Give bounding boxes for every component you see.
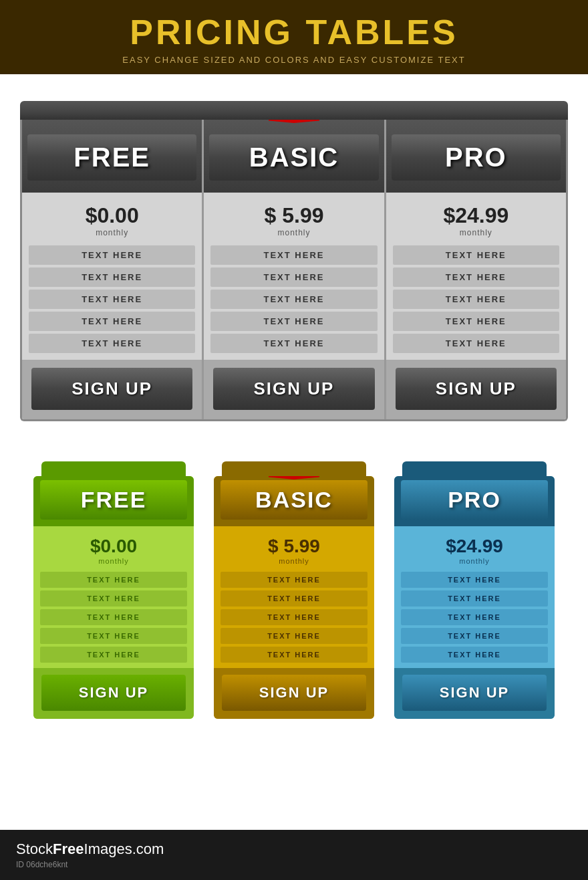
card-green-body: FREE $0.00 monthly TEXT HERE TEXT HERE T… <box>33 476 194 719</box>
card-feature-row: TEXT HERE <box>220 572 368 588</box>
gray-feature-row: TEXT HERE <box>29 290 195 309</box>
card-green-signup-button[interactable]: SIGN UP <box>41 675 186 711</box>
colored-card-basic: BEST DEAL BASIC $ 5.99 monthly TEXT HERE… <box>214 461 374 719</box>
card-gold-plan-name: BASIC <box>255 487 333 512</box>
card-feature-row: TEXT HERE <box>401 572 548 588</box>
gray-plan-free-name: FREE <box>74 142 150 172</box>
card-gold-signup-area: SIGN UP <box>214 668 374 719</box>
gray-free-signup-area: SIGN UP <box>22 360 202 419</box>
gray-feature-row: TEXT HERE <box>210 312 377 331</box>
colored-pricing-cards: FREE $0.00 monthly TEXT HERE TEXT HERE T… <box>20 461 568 719</box>
card-feature-row: TEXT HERE <box>40 609 187 625</box>
card-blue-header-band: PRO <box>394 476 555 526</box>
best-deal-badge: BEST DEAL <box>269 120 319 123</box>
card-green-price: $0.00 monthly <box>33 526 194 569</box>
card-blue-header-inner: PRO <box>401 480 548 520</box>
card-feature-row: TEXT HERE <box>40 572 187 588</box>
page-title: PRICING TABLES <box>7 12 581 52</box>
footer-site: StockFreeImages.com <box>16 841 572 858</box>
colored-card-free: FREE $0.00 monthly TEXT HERE TEXT HERE T… <box>33 461 194 719</box>
card-blue-amount: $24.99 <box>394 536 555 557</box>
card-feature-row: TEXT HERE <box>220 590 368 607</box>
card-feature-row: TEXT HERE <box>220 628 368 644</box>
gray-feature-row: TEXT HERE <box>29 267 195 287</box>
gray-feature-row: TEXT HERE <box>210 267 377 287</box>
gray-plan-basic: BEST DEAL BASIC $ 5.99 monthly TEXT HERE… <box>204 120 386 419</box>
card-blue-period: monthly <box>394 557 555 565</box>
card-gold-price: $ 5.99 monthly <box>214 526 374 569</box>
card-feature-row: TEXT HERE <box>40 647 187 663</box>
card-feature-row: TEXT HERE <box>401 590 548 607</box>
gray-plan-pro-name: PRO <box>445 142 507 172</box>
card-green-header-band: FREE <box>33 476 194 526</box>
gray-free-signup-button[interactable]: SIGN UP <box>31 368 192 410</box>
gray-plan-basic-header: BEST DEAL BASIC <box>204 120 384 193</box>
colored-card-pro: PRO $24.99 monthly TEXT HERE TEXT HERE T… <box>394 461 555 719</box>
gray-feature-row: TEXT HERE <box>29 334 195 353</box>
card-green-plan-name: FREE <box>81 487 147 512</box>
page-subtitle: EASY CHANGE SIZED AND COLORS AND EASY CU… <box>7 55 581 65</box>
card-blue-signup-area: SIGN UP <box>394 668 555 719</box>
gray-feature-row: TEXT HERE <box>210 290 377 309</box>
header-bar: PRICING TABLES EASY CHANGE SIZED AND COL… <box>0 0 588 74</box>
gray-plan-free-amount: $0.00 <box>86 203 139 228</box>
gray-table-body: FREE $0.00 monthly TEXT HERE TEXT HERE T… <box>20 120 568 421</box>
gray-plan-basic-amount: $ 5.99 <box>265 203 324 228</box>
card-blue-price: $24.99 monthly <box>394 526 555 569</box>
card-green-header-inner: FREE <box>40 480 187 520</box>
gray-plan-pro-period: monthly <box>443 228 508 237</box>
card-feature-row: TEXT HERE <box>40 628 187 644</box>
card-gold-flap <box>222 461 366 476</box>
gray-basic-signup-button[interactable]: SIGN UP <box>213 368 374 410</box>
gray-plan-free-price: $0.00 monthly <box>86 193 139 243</box>
gray-table-top-bar <box>20 101 568 120</box>
gray-plan-basic-price: $ 5.99 monthly <box>265 193 324 243</box>
gray-feature-row: TEXT HERE <box>393 267 559 287</box>
card-gold-amount: $ 5.99 <box>214 536 374 557</box>
gray-feature-row: TEXT HERE <box>29 245 195 265</box>
gray-pro-signup-button[interactable]: SIGN UP <box>396 368 557 410</box>
card-gold-header-band: BEST DEAL BASIC <box>214 476 374 526</box>
card-blue-body: PRO $24.99 monthly TEXT HERE TEXT HERE T… <box>394 476 555 719</box>
gray-plan-free-features: TEXT HERE TEXT HERE TEXT HERE TEXT HERE … <box>22 243 202 360</box>
card-feature-row: TEXT HERE <box>401 647 548 663</box>
card-blue-flap <box>402 461 547 476</box>
card-green-amount: $0.00 <box>33 536 194 557</box>
gray-plan-pro-amount: $24.99 <box>443 203 508 228</box>
gray-feature-row: TEXT HERE <box>393 312 559 331</box>
gray-plan-basic-header-inner: BASIC <box>209 134 378 181</box>
card-gold-body: BEST DEAL BASIC $ 5.99 monthly TEXT HERE… <box>214 476 374 719</box>
card-blue-signup-button[interactable]: SIGN UP <box>402 675 547 711</box>
gray-plan-free-header: FREE <box>22 120 202 193</box>
card-green-signup-area: SIGN UP <box>33 668 194 719</box>
gray-plan-pro-header-inner: PRO <box>392 134 561 181</box>
gray-pro-signup-area: SIGN UP <box>386 360 566 419</box>
card-green-features: TEXT HERE TEXT HERE TEXT HERE TEXT HERE … <box>33 569 194 668</box>
footer-bold: Free <box>53 841 84 857</box>
card-gold-signup-button[interactable]: SIGN UP <box>222 675 366 711</box>
gray-plan-free-header-inner: FREE <box>27 134 196 181</box>
card-green-period: monthly <box>33 557 194 565</box>
gray-plan-free-period: monthly <box>86 228 139 237</box>
card-gold-features: TEXT HERE TEXT HERE TEXT HERE TEXT HERE … <box>214 569 374 668</box>
card-feature-row: TEXT HERE <box>401 628 548 644</box>
card-gold-period: monthly <box>214 557 374 565</box>
gray-plan-pro-price: $24.99 monthly <box>443 193 508 243</box>
gray-plan-pro-features: TEXT HERE TEXT HERE TEXT HERE TEXT HERE … <box>386 243 566 360</box>
gray-plan-pro: PRO $24.99 monthly TEXT HERE TEXT HERE T… <box>386 120 566 419</box>
card-green-flap <box>41 461 186 476</box>
gray-plan-basic-period: monthly <box>265 228 324 237</box>
footer-suffix: Images.com <box>84 841 164 857</box>
main-content: FREE $0.00 monthly TEXT HERE TEXT HERE T… <box>0 74 588 830</box>
gray-basic-signup-area: SIGN UP <box>204 360 384 419</box>
card-feature-row: TEXT HERE <box>220 647 368 663</box>
gray-plan-pro-header: PRO <box>386 120 566 193</box>
gray-feature-row: TEXT HERE <box>29 312 195 331</box>
card-gold-header-inner: BASIC <box>220 480 368 520</box>
gray-feature-row: TEXT HERE <box>393 334 559 353</box>
best-deal-badge-gold: BEST DEAL <box>269 476 319 479</box>
card-feature-row: TEXT HERE <box>401 609 548 625</box>
card-feature-row: TEXT HERE <box>220 609 368 625</box>
gray-plan-basic-features: TEXT HERE TEXT HERE TEXT HERE TEXT HERE … <box>204 243 384 360</box>
footer-bar: StockFreeImages.com ID 06dche6knt <box>0 830 588 880</box>
